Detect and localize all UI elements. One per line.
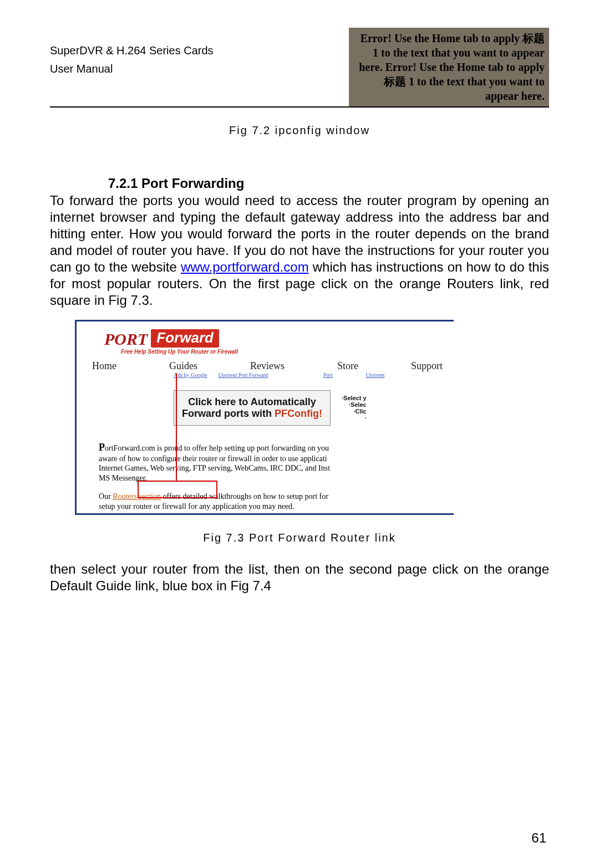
pf-subnav: Ads by Google Utorrent Port Forward Port… xyxy=(77,372,454,380)
pf-nav-reviews[interactable]: Reviews xyxy=(250,360,285,372)
header-error-box: Error! Use the Home tab to apply 标题 1 to… xyxy=(349,28,549,106)
page-header: SuperDVR & H.264 Series Cards User Manua… xyxy=(50,28,549,108)
pf-nav-support[interactable]: Support xyxy=(411,360,443,372)
pf-box-line2: Forward ports with PFConfig! xyxy=(182,408,322,420)
product-title: SuperDVR & H.264 Series Cards xyxy=(50,44,349,57)
pf-tagline: Free Help Setting Up Your Router or Fire… xyxy=(121,349,448,355)
fig-7-3-screenshot: PORT Forward Free Help Setting Up Your R… xyxy=(75,320,454,515)
portforward-link[interactable]: www.portforward.com xyxy=(181,259,309,274)
pf-main-row: Click here to Automatically Forward port… xyxy=(77,380,454,429)
pf-body-paragraph-2: Our Routers section offers detailed walk… xyxy=(77,484,454,513)
fig-7-3-caption: Fig 7.3 Port Forward Router link xyxy=(50,532,549,544)
main-content: 7.2.1 Port Forwarding To forward the por… xyxy=(50,176,549,594)
pf-routers-link[interactable]: Routers section xyxy=(113,492,161,501)
pf-nav-guides[interactable]: Guides xyxy=(169,360,197,372)
pf-banner: PORT Forward Free Help Setting Up Your R… xyxy=(77,321,454,357)
pf-body-paragraph-1: PortForward.com is proud to offer help s… xyxy=(77,429,454,484)
pf-logo-forward: Forward xyxy=(151,329,219,348)
pf-nav: Home Guides Reviews Store Support xyxy=(77,357,454,372)
pf-sub-utorrentpf[interactable]: Utorrent Port Forward xyxy=(219,372,268,378)
fig-7-2-caption: Fig 7.2 ipconfig window xyxy=(0,124,599,137)
pf-sub-utorrent[interactable]: Utorrent xyxy=(366,372,385,378)
pf-sub-port[interactable]: Port xyxy=(323,372,333,378)
pf-auto-forward-box[interactable]: Click here to Automatically Forward port… xyxy=(174,390,331,426)
header-left: SuperDVR & H.264 Series Cards User Manua… xyxy=(50,28,349,106)
red-annotation-line xyxy=(176,373,177,482)
section-paragraph-1: To forward the ports you would need to a… xyxy=(50,192,549,309)
pf-nav-store[interactable]: Store xyxy=(337,360,358,372)
pf-box-line1: Click here to Automatically xyxy=(182,396,322,408)
section-7-2-1-heading: 7.2.1 Port Forwarding xyxy=(108,176,549,191)
pf-logo-port: PORT xyxy=(104,330,148,348)
pf-sub-ads[interactable]: Ads by Google xyxy=(174,372,207,378)
doc-type: User Manual xyxy=(50,63,349,75)
pf-side-list: ·Select y ·Selec ·Clic · xyxy=(331,395,368,421)
page-number: 61 xyxy=(531,830,546,846)
after-fig-paragraph: then select your router from the list, t… xyxy=(50,561,549,594)
pf-nav-home[interactable]: Home xyxy=(92,360,116,372)
